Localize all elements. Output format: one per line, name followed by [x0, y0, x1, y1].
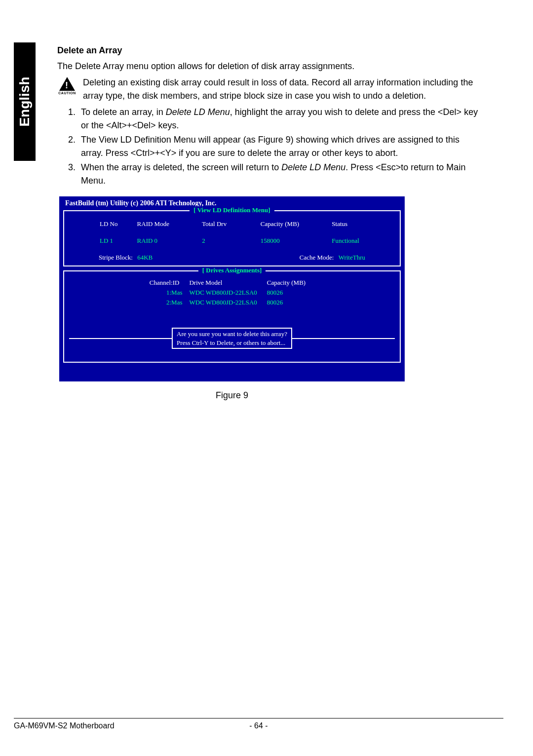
figure-caption: Figure 9 — [59, 390, 405, 401]
bios-screenshot: FastBuild (tm) Utility (c) 2006 ATI Tech… — [59, 196, 405, 381]
caution-text: Deleting an existing disk array could re… — [83, 76, 482, 103]
step-1: To delete an array, in Delete LD Menu, h… — [78, 106, 482, 132]
page-footer: GA-M69VM-S2 Motherboard - 64 - — [14, 718, 503, 730]
caution-icon: CAUTION — [57, 77, 77, 95]
ld-settings-row: Stripe Block: 64KB Cache Mode: WriteThru — [69, 254, 395, 262]
cache-mode: Cache Mode: WriteThru — [300, 254, 365, 262]
prompt-line-left — [69, 338, 172, 339]
section-title: Delete an Array — [57, 45, 482, 56]
steps-list: To delete an array, in Delete LD Menu, h… — [57, 106, 482, 188]
prompt-box: Are you sure you want to delete this arr… — [172, 328, 292, 349]
prompt-line-right — [292, 338, 395, 339]
confirm-prompt: Are you sure you want to delete this arr… — [69, 328, 395, 349]
drives-header-row: Channel:ID Drive Model Capacity (MB) — [150, 278, 314, 287]
step-3: When the array is deleted, the screen wi… — [78, 161, 482, 188]
view-ld-panel: [ View LD Definition Menu] LD No RAID Mo… — [63, 210, 401, 266]
drive-row-1: 1:Mas WDC WD800JD-22LSA0 80026 — [150, 288, 314, 297]
step-2: The View LD Definition Menu will appear … — [78, 133, 482, 160]
caution-label: CAUTION — [58, 91, 76, 95]
drive-row-2: 2:Mas WDC WD800JD-22LSA0 80026 — [150, 298, 314, 307]
caution-block: CAUTION Deleting an existing disk array … — [57, 76, 482, 103]
ld-table: LD No RAID Mode Total Drv Capacity (MB) … — [69, 218, 395, 247]
language-tab: English — [14, 42, 36, 161]
view-ld-heading: [ View LD Definition Menu] — [190, 206, 274, 214]
language-label: English — [17, 76, 33, 126]
ld-data-row: LD 1 RAID 0 2 158000 Functional — [70, 230, 394, 246]
page-content: Delete an Array The Delete Array menu op… — [57, 45, 482, 401]
section-intro: The Delete Array menu option allows for … — [57, 60, 482, 73]
drives-panel: [ Drives Assignments] Channel:ID Drive M… — [63, 270, 401, 363]
ld-header-row: LD No RAID Mode Total Drv Capacity (MB) … — [70, 219, 394, 229]
drives-heading: [ Drives Assignments] — [198, 266, 266, 274]
warning-triangle-icon — [59, 77, 75, 91]
drives-table: Channel:ID Drive Model Capacity (MB) 1:M… — [149, 277, 315, 308]
stripe-block: Stripe Block: 64KB — [99, 254, 152, 262]
footer-model: GA-M69VM-S2 Motherboard — [14, 721, 114, 730]
